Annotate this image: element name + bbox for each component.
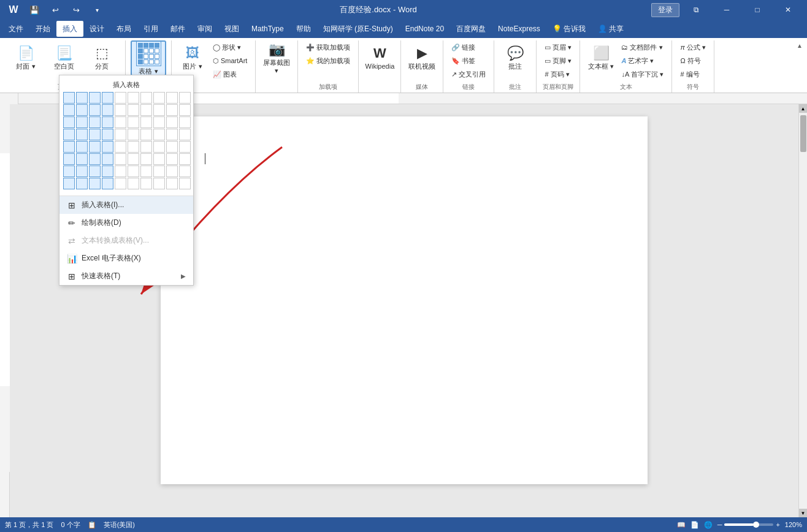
grid-cell-3-9[interactable] [166, 116, 178, 128]
grid-cell-5-8[interactable] [153, 141, 165, 153]
language[interactable]: 英语(美国) [104, 520, 135, 530]
header-button[interactable]: ▭ 页眉 ▾ [541, 40, 575, 54]
grid-cell-7-9[interactable] [166, 165, 178, 177]
equation-button[interactable]: π 公式 ▾ [677, 40, 708, 54]
grid-cell-7-2[interactable] [76, 165, 88, 177]
grid-cell-3-2[interactable] [76, 116, 88, 128]
zoom-thumb[interactable] [753, 522, 759, 528]
menu-baidu-disk[interactable]: 百度网盘 [450, 21, 492, 37]
menu-tell-me[interactable]: 💡 告诉我 [546, 21, 592, 37]
scroll-down-btn[interactable]: ▼ [799, 509, 808, 517]
menu-help[interactable]: 帮助 [290, 21, 317, 37]
menu-noteexpress[interactable]: NoteExpress [492, 21, 546, 37]
table-grid[interactable] [63, 92, 189, 189]
grid-cell-6-3[interactable] [89, 153, 101, 165]
cross-ref-button[interactable]: ↗ 交叉引用 [448, 67, 489, 81]
menu-insert[interactable]: 插入 [56, 21, 83, 37]
grid-cell-2-7[interactable] [140, 104, 152, 116]
grid-cell-6-5[interactable] [115, 153, 126, 165]
grid-cell-4-8[interactable] [153, 129, 165, 140]
grid-cell-1-3[interactable] [89, 92, 101, 104]
dropcap-button[interactable]: ↓A 首字下沉 ▾ [618, 67, 667, 81]
menu-layout[interactable]: 布局 [110, 21, 137, 37]
grid-cell-6-10[interactable] [179, 153, 191, 165]
page-num-button[interactable]: # 页码 ▾ [541, 67, 575, 81]
zoom-out-btn[interactable]: ─ [717, 521, 722, 528]
grid-cell-3-8[interactable] [153, 116, 165, 128]
excel-table-item[interactable]: 📊 Excel 电子表格(X) [59, 249, 193, 267]
grid-cell-3-5[interactable] [115, 116, 126, 128]
chart-button[interactable]: 📈 图表 [210, 67, 250, 81]
grid-cell-8-5[interactable] [115, 178, 126, 189]
grid-cell-1-1[interactable] [63, 92, 75, 104]
menu-references[interactable]: 引用 [137, 21, 164, 37]
grid-cell-5-4[interactable] [102, 141, 113, 153]
online-video-button[interactable]: ▶ 联机视频 [406, 40, 438, 76]
maximize-btn[interactable]: □ [743, 0, 771, 20]
grid-cell-6-7[interactable] [140, 153, 152, 165]
grid-cell-6-8[interactable] [153, 153, 165, 165]
grid-cell-8-10[interactable] [179, 178, 191, 189]
page-info[interactable]: 第 1 页，共 1 页 [5, 520, 53, 530]
bookmark-button[interactable]: 🔖 书签 [448, 54, 489, 67]
grid-cell-7-1[interactable] [63, 165, 75, 177]
grid-cell-1-4[interactable] [102, 92, 113, 104]
zoom-control[interactable]: ─ + 120% [717, 521, 802, 528]
view-mode-print[interactable]: 📄 [690, 521, 699, 529]
grid-cell-2-2[interactable] [76, 104, 88, 116]
grid-cell-7-4[interactable] [102, 165, 113, 177]
grid-cell-2-3[interactable] [89, 104, 101, 116]
quick-table-item[interactable]: ⊞ 快速表格(T) ▶ [59, 267, 193, 285]
grid-cell-5-9[interactable] [166, 141, 178, 153]
link-button[interactable]: 🔗 链接 [448, 40, 489, 54]
customize-btn[interactable]: ▾ [88, 1, 105, 18]
grid-cell-4-7[interactable] [140, 129, 152, 140]
view-mode-read[interactable]: 📖 [677, 521, 686, 529]
smartart-button[interactable]: ⬡ SmartArt [210, 54, 250, 67]
grid-cell-4-3[interactable] [89, 129, 101, 140]
number-button[interactable]: # 编号 [677, 67, 708, 81]
grid-cell-8-8[interactable] [153, 178, 165, 189]
scroll-thumb[interactable] [800, 115, 806, 152]
word-count[interactable]: 0 个字 [61, 520, 80, 530]
grid-cell-7-7[interactable] [140, 165, 152, 177]
grid-cell-3-7[interactable] [140, 116, 152, 128]
blank-page-button[interactable]: 📃 空白页 [45, 40, 82, 76]
grid-cell-2-10[interactable] [179, 104, 191, 116]
grid-cell-7-10[interactable] [179, 165, 191, 177]
grid-cell-4-4[interactable] [102, 129, 113, 140]
grid-cell-4-9[interactable] [166, 129, 178, 140]
grid-cell-3-6[interactable] [128, 116, 139, 128]
grid-cell-1-5[interactable] [115, 92, 126, 104]
grid-cell-8-9[interactable] [166, 178, 178, 189]
grid-cell-8-2[interactable] [76, 178, 88, 189]
quick-parts-button[interactable]: 🗂 文档部件 ▾ [618, 40, 667, 54]
menu-zhiwang[interactable]: 知网研学 (原E-Study) [317, 21, 399, 37]
grid-cell-5-6[interactable] [128, 141, 139, 153]
grid-cell-5-5[interactable] [115, 141, 126, 153]
menu-endnote[interactable]: EndNote 20 [399, 21, 450, 37]
grid-cell-7-6[interactable] [128, 165, 139, 177]
grid-cell-4-10[interactable] [179, 129, 191, 140]
menu-file[interactable]: 文件 [2, 21, 29, 37]
grid-cell-3-3[interactable] [89, 116, 101, 128]
cover-page-button[interactable]: 📄 封面 ▾ [7, 40, 44, 76]
minimize-btn[interactable]: ─ [713, 0, 741, 20]
close-btn[interactable]: ✕ [774, 0, 802, 20]
grid-cell-5-7[interactable] [140, 141, 152, 153]
grid-cell-5-3[interactable] [89, 141, 101, 153]
grid-cell-5-2[interactable] [76, 141, 88, 153]
table-button[interactable]: 表格 ▾ [131, 40, 166, 76]
grid-cell-8-4[interactable] [102, 178, 113, 189]
grid-cell-6-1[interactable] [63, 153, 75, 165]
grid-cell-7-8[interactable] [153, 165, 165, 177]
menu-review[interactable]: 审阅 [191, 21, 218, 37]
menu-home[interactable]: 开始 [29, 21, 56, 37]
textbox-button[interactable]: ⬜ 文本框 ▾ [585, 40, 617, 76]
view-mode-web[interactable]: 🌐 [704, 521, 713, 529]
redo-btn[interactable]: ↪ [67, 1, 85, 18]
get-addins-button[interactable]: ➕ 获取加载项 [303, 40, 353, 54]
grid-cell-2-4[interactable] [102, 104, 113, 116]
menu-mathtype[interactable]: MathType [245, 21, 290, 37]
grid-cell-1-9[interactable] [166, 92, 178, 104]
